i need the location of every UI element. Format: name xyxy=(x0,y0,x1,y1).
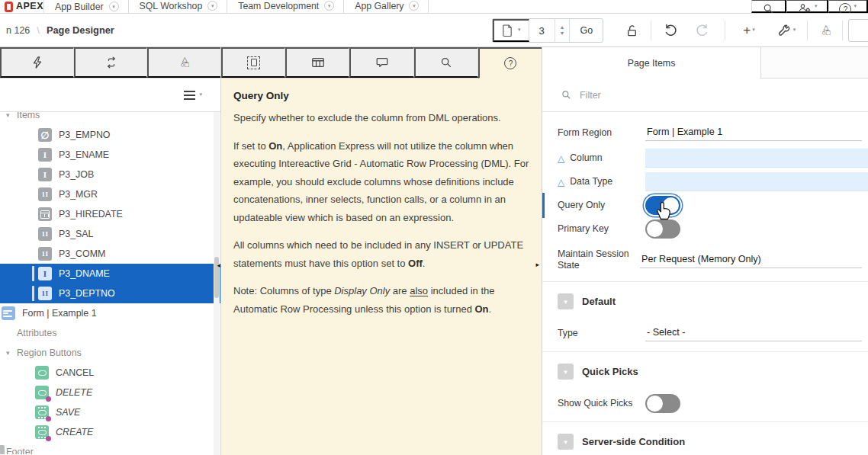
chevron-down-icon: ▾ xyxy=(815,3,818,11)
tree-node-p3-empno[interactable]: ∅P3_EMPNO xyxy=(0,125,220,145)
clipped-node-icon xyxy=(0,445,5,454)
tab-page-items[interactable]: Page Items xyxy=(542,47,760,79)
tab-messages[interactable] xyxy=(349,47,413,78)
tree-node-label: P3_DNAME xyxy=(59,268,110,279)
drag-handle[interactable] xyxy=(32,286,34,301)
tree-node-footer[interactable]: Footer xyxy=(0,442,220,454)
tree-node-cancel[interactable]: CANCEL xyxy=(0,363,220,383)
condition-dot xyxy=(46,416,51,421)
tree-menu-button[interactable]: ▾ xyxy=(184,91,202,100)
page-designer-toolbar: n 126 \ Page Designer ▾ ▲▼ Go + ▾ xyxy=(0,14,868,47)
tree-node-attributes[interactable]: Attributes xyxy=(0,323,220,343)
redo-button[interactable] xyxy=(691,20,714,41)
top-right-actions: ▾ ? ▾ xyxy=(751,0,868,13)
tree-node-p3-job[interactable]: IP3_JOB xyxy=(0,165,220,184)
tree-node-form-example-1[interactable]: Form | Example 1 xyxy=(0,303,220,323)
property-label: Form Region xyxy=(558,127,645,139)
tree-node-label: P3_EMPNO xyxy=(59,130,110,140)
section-collapse-button[interactable]: ▾ xyxy=(558,293,574,309)
tree-node-label: P3_HIREDATE xyxy=(59,209,123,219)
hot-button-icon xyxy=(35,405,49,419)
help-paragraph-2: If set to On, Application Express will n… xyxy=(233,137,529,227)
nav-tab-team-development[interactable]: Team Development▾ xyxy=(227,0,344,13)
tree-scrollbar[interactable] xyxy=(214,112,220,455)
property-value[interactable]: - Select - xyxy=(645,325,862,341)
tree-node-p3-ename[interactable]: IP3_ENAME xyxy=(0,145,220,165)
nav-tab-app-gallery[interactable]: App Gallery▾ xyxy=(344,0,429,13)
property-label: Query Only xyxy=(558,200,645,211)
chevron-circle-icon: ▾ xyxy=(324,1,334,11)
section-collapse-button[interactable]: ▾ xyxy=(558,364,574,380)
tree-node-p3-mgr[interactable]: 1IP3_MGR xyxy=(0,184,220,204)
tree-node-label: P3_MGR xyxy=(59,189,98,200)
chevron-down-icon[interactable]: ▾ xyxy=(6,112,17,119)
magnifier-icon xyxy=(439,56,453,69)
tree-node-label: Items xyxy=(17,112,40,120)
left-splitter-handle[interactable]: ◂ xyxy=(217,261,220,269)
property-label: Primary Key xyxy=(558,223,645,235)
shared-components-button[interactable]: △○□ xyxy=(815,20,837,41)
tab-dynamic-actions[interactable] xyxy=(74,47,148,78)
toggle-show-quick-picks[interactable] xyxy=(645,394,680,413)
tree-node-region-buttons[interactable]: ▾Region Buttons xyxy=(0,343,220,363)
go-button[interactable]: Go xyxy=(570,19,603,42)
lock-page-button[interactable] xyxy=(620,20,643,41)
drag-handle[interactable] xyxy=(32,266,34,281)
tab-rendering[interactable] xyxy=(0,47,74,78)
property-value[interactable]: Form | Example 1 xyxy=(645,124,862,141)
tab-processing[interactable]: △○□ xyxy=(147,47,220,78)
right-splitter-handle[interactable]: ▸ xyxy=(535,261,539,268)
tree-node-p3-deptno[interactable]: 1IP3_DEPTNO xyxy=(0,284,220,303)
utilities-menu-button[interactable]: ▾ xyxy=(770,20,802,41)
search-icon xyxy=(762,2,775,14)
nav-tab-sql-workshop[interactable]: SQL Workshop▾ xyxy=(129,0,228,13)
tree-node-p3-sal[interactable]: 1IP3_SAL xyxy=(0,224,220,244)
undo-button[interactable] xyxy=(659,20,682,41)
property-value-field[interactable] xyxy=(645,149,868,168)
page-number-input[interactable] xyxy=(529,19,555,42)
tree-node-items[interactable]: ▾Items xyxy=(0,112,220,125)
tree-node-label: P3_DEPTNO xyxy=(59,288,115,299)
help-menu-button[interactable]: ? ▾ xyxy=(828,0,868,13)
tree-node-save[interactable]: SAVE xyxy=(0,402,220,422)
account-menu-button[interactable]: ▾ xyxy=(786,0,829,13)
section-default: ▾Default xyxy=(542,282,868,317)
filter-input[interactable] xyxy=(580,90,732,101)
shared-components-icon: △○□ xyxy=(822,25,831,37)
unlock-icon xyxy=(625,24,639,38)
nav-tab-app-builder[interactable]: App Builder▾ xyxy=(43,0,129,14)
chevron-circle-icon: ▾ xyxy=(409,1,419,11)
number-field-item-icon: 1I xyxy=(38,247,52,261)
number-field-item-icon: 1I xyxy=(38,227,52,241)
section-collapse-button[interactable]: ▾ xyxy=(558,434,574,450)
property-panel-tabs: Page Items xyxy=(542,47,868,79)
tree-node-p3-comm[interactable]: 1IP3_COMM xyxy=(0,244,220,264)
tree-node-delete[interactable]: DELETE xyxy=(0,383,220,402)
global-search-button[interactable] xyxy=(751,0,786,13)
toggle-knob xyxy=(647,221,663,237)
chevron-down-icon[interactable]: ▾ xyxy=(6,349,17,357)
chevron-circle-icon: ▾ xyxy=(207,1,217,11)
property-value-field[interactable] xyxy=(645,172,868,191)
tab-component-view[interactable] xyxy=(285,47,349,78)
tree-node-create[interactable]: CREATE xyxy=(0,422,220,442)
tree-node-p3-dname[interactable]: IP3_DNAME xyxy=(0,264,220,284)
page-number-stepper[interactable]: ▲▼ xyxy=(555,19,571,42)
create-menu-button[interactable]: + ▾ xyxy=(734,20,764,41)
repeat-icon xyxy=(104,56,118,69)
breadcrumb-application[interactable]: n 126 xyxy=(6,25,30,36)
page-select-button[interactable]: ▾ xyxy=(493,19,529,42)
columns-icon xyxy=(311,56,325,69)
tree-node-label: DELETE xyxy=(56,387,92,398)
condition-dot xyxy=(46,436,51,441)
tab-page-search[interactable] xyxy=(414,47,478,78)
tab-layout[interactable] xyxy=(221,47,285,78)
tab-help[interactable]: ? xyxy=(478,47,542,79)
center-panel-tabs: ? xyxy=(221,47,542,79)
apex-logo[interactable]: APEX xyxy=(0,0,43,13)
property-value[interactable]: Per Request (Memory Only) xyxy=(640,252,862,268)
toggle-primary-key[interactable] xyxy=(645,219,680,239)
save-button-partial[interactable] xyxy=(848,19,868,42)
page-selector-group: ▾ ▲▼ Go xyxy=(492,18,603,43)
tree-node-p3-hiredate[interactable]: P3_HIREDATE xyxy=(0,204,220,224)
